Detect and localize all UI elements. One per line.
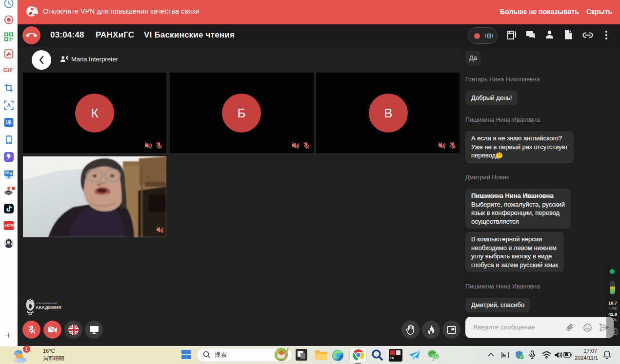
svg-text:20: 20 xyxy=(146,175,151,180)
svg-text:A: A xyxy=(7,103,10,108)
